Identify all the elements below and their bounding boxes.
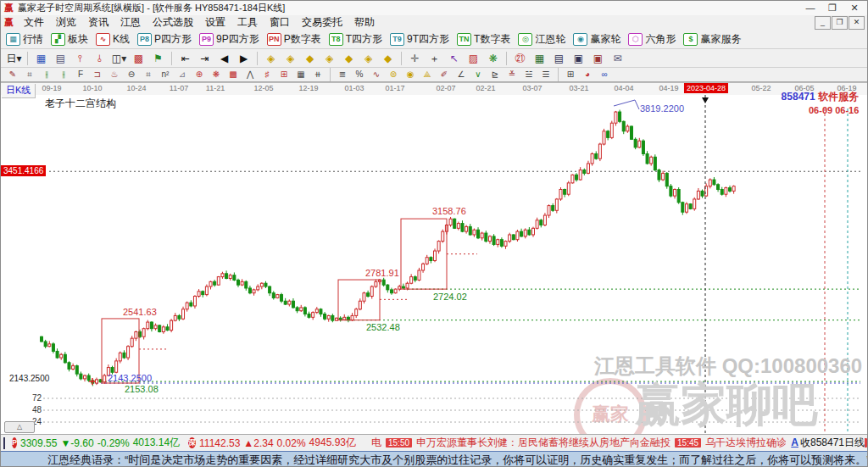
pyramid-tool-icon[interactable]: ⟁ [420,68,435,81]
gann-tool-5-icon[interactable]: ◆ [340,50,358,67]
period-tab[interactable]: 日K线 [2,84,36,98]
pointer-tool-icon[interactable]: ↖ [445,50,463,67]
zigzag-tool-icon[interactable]: ⋀ [242,68,258,81]
count-tool-icon[interactable]: ♯ [259,68,275,81]
cycle-tool-icon[interactable]: ⊜ [386,68,401,81]
percent-tool-icon[interactable]: % [352,68,367,81]
toolbar-button-9t-square[interactable]: T99T四方形 [390,32,449,47]
triangle-tool-icon[interactable]: ⊿ [175,68,190,81]
prev-bar-icon[interactable]: ◀ [215,50,233,67]
level-tool-icon[interactable]: ≚ [504,68,520,81]
lattice-tool-icon[interactable]: ⌗ [141,68,156,81]
gann-tool-4-icon[interactable]: ◈ [320,50,338,67]
toolbar-button-9p-square[interactable]: P99P四方形 [199,32,259,47]
spiral-tool-icon[interactable]: ♨ [107,68,122,81]
pattern-view-icon[interactable]: ▩ [130,50,147,67]
kline-chart-panel[interactable]: 09-1910-1010-2411-0711-2112-0512-1901-03… [1,82,868,434]
save-as-icon[interactable]: ▣ [589,50,607,67]
gann-angles-2-icon[interactable]: ⫲ [56,68,71,81]
flag-marker-icon[interactable]: ⚑ [149,50,167,67]
menu-item[interactable]: 浏览 [50,15,82,30]
hand-tool-icon[interactable]: ✛ [406,50,424,67]
menu-item[interactable]: 文件 [18,15,50,30]
bar-chart-alt-icon[interactable]: ⫰ [91,50,108,67]
shanghai-index-icon[interactable]: P [12,437,17,448]
lines-tool-icon[interactable]: ☰ [538,68,554,81]
crosshair-tool-icon[interactable]: ＋ [426,50,443,67]
toolbar-button-winner-wheel[interactable]: ◉赢家轮 [573,32,620,47]
ellipse-tool-icon[interactable]: ⊖ [124,68,139,81]
mdi-minimize-button[interactable]: _ [815,16,831,30]
toolbar-button-p-square[interactable]: P8P四方形 [137,32,192,47]
screen-tool-icon[interactable]: ▨ [465,50,482,67]
first-bar-icon[interactable]: ⇤ [176,50,194,67]
toolbar-button-hexagon[interactable]: ⬡六角形 [628,32,676,47]
keyboard-wizard-icon[interactable] [3,437,5,449]
toolbar-button-kline[interactable]: ∿K线 [96,32,130,47]
period-day-icon[interactable]: 日▾ [5,50,23,67]
menu-item[interactable]: 帮助 [348,15,381,30]
toolbar-button-sectors[interactable]: ▞板块 [51,32,88,47]
quote-table-icon[interactable]: ▦ [32,50,50,67]
menu-item[interactable]: 江恩 [114,15,147,30]
bar-chart-icon[interactable]: ⫯ [71,50,89,67]
gann-tool-2-icon[interactable]: ◈ [281,50,299,67]
pen-tool-icon[interactable]: ✎ [5,68,20,81]
toolbar-button-quotes[interactable]: ▦行情 [6,32,43,47]
toolbar-button-t-number-table[interactable]: TNT数字表 [457,32,510,47]
maximize-button[interactable]: ❐ [821,1,843,15]
pie-panel-icon[interactable]: ◕ [580,68,595,81]
gann-tool-3-icon[interactable]: ◆ [301,50,319,67]
square-of-nine-icon[interactable]: n² [158,68,173,81]
wave-tool-icon[interactable]: ∿ [369,68,384,81]
menu-item[interactable]: 窗口 [264,15,296,30]
shenzhen-index-icon[interactable]: 深 [188,437,196,448]
toolbar-button-gann-wheel[interactable]: ◎江恩轮 [518,32,565,47]
circle-cross-tool-icon[interactable]: ⊕ [192,68,207,81]
star-tool-icon[interactable]: ❋ [209,68,224,81]
check-tool-icon[interactable]: ∨ [470,68,486,81]
toolbar-button-winner-service[interactable]: $赢家服务 [683,32,741,47]
table-tool-icon[interactable]: ⊞ [276,68,292,81]
menu-item[interactable]: 交易委托 [296,15,348,30]
parallel-tool-icon[interactable]: ⧺ [310,68,326,81]
save-layout-icon[interactable]: ▣ [570,50,587,67]
wheel-mini-tool-icon[interactable]: ❋ [484,50,502,67]
news-headline[interactable]: 申万宏源董事长刘健：居民储蓄将继续从房地产向金融投 [416,436,670,450]
calculator-icon[interactable]: ▦ [531,50,548,67]
grid-panel-icon[interactable]: ⊞ [563,68,578,81]
time-circle-tool-icon[interactable]: ◉ [403,68,418,81]
info-board-icon[interactable]: ▤ [52,50,70,67]
gann-tool-7-icon[interactable]: ◆ [379,50,397,67]
menu-item[interactable]: 公式选股 [147,15,199,30]
wedge-tool-icon[interactable]: ⊵ [487,68,503,81]
box-tool-icon[interactable]: ⊐ [90,68,105,81]
close-button[interactable]: ✕ [843,1,865,15]
toolbar-button-t-square[interactable]: T8T四方形 [329,32,382,47]
hatch-tool-icon[interactable]: ⌗ [22,68,37,81]
menu-item[interactable]: 资讯 [82,15,114,30]
calendar-icon[interactable]: ㉑ [511,50,529,67]
next-bar-icon[interactable]: ▶ [235,50,253,67]
channel-tool-icon[interactable]: ≣ [335,68,350,81]
candle-style-icon[interactable]: ◫▾ [110,50,128,67]
mail-icon[interactable]: ✉ [609,50,626,67]
minimize-button[interactable]: — [799,1,821,15]
menu-item[interactable]: 设置 [199,15,231,30]
gann-tool-6-icon[interactable]: ◈ [359,50,377,67]
fibonacci-tool-icon[interactable]: F [73,68,88,81]
menu-item[interactable]: 工具 [231,15,264,30]
mdi-restore-button[interactable]: ❐ [832,16,848,30]
notebook-icon[interactable]: ▤ [550,50,568,67]
gann-angles-1-icon[interactable]: ⫲ [39,68,54,81]
trigram-tool-icon[interactable]: ☱ [521,68,537,81]
angle-tool-icon[interactable]: ∠ [453,68,469,81]
gann-tool-1-icon[interactable]: ◈ [262,50,280,67]
shade-tool-icon[interactable]: ▩ [225,68,241,81]
mdi-close-button[interactable]: ✕ [849,16,865,30]
marker-tool-icon[interactable]: ✐ [437,68,452,81]
panel-expand-button[interactable]: △ [4,421,35,433]
matrix-tool-icon[interactable]: ▦ [293,68,309,81]
toolbar-button-p-number-table[interactable]: PNP数字表 [267,32,321,47]
infinity-panel-icon[interactable]: ∞ [597,68,612,81]
